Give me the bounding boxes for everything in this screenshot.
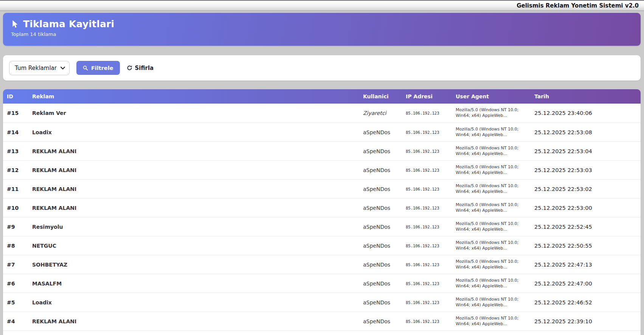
filter-button[interactable]: Filtrele bbox=[76, 61, 120, 75]
total-clicks-subtitle: Toplam 14 tiklama bbox=[11, 31, 641, 37]
row-kullanici: aSpeNDos bbox=[363, 167, 406, 173]
row-tarih: 25.12.2025 23:40:06 bbox=[534, 110, 641, 116]
column-header-tarih: Tarih bbox=[534, 93, 641, 99]
row-reklam: REKLAM ALANI bbox=[32, 148, 363, 154]
row-user-agent: Mozilla/5.0 (Windows NT 10.0;Win64; x64)… bbox=[456, 146, 524, 157]
table-row: #6 MASALFM aSpeNDos 85.106.192.123 Mozil… bbox=[3, 274, 641, 293]
table-row: #9 Resimyolu aSpeNDos 85.106.192.123 Moz… bbox=[3, 217, 641, 236]
row-reklam: REKLAM ALANI bbox=[32, 318, 363, 324]
row-id: #5 bbox=[7, 299, 32, 306]
row-reklam: SOHBETYAZ bbox=[32, 262, 363, 268]
row-user-agent: Mozilla/5.0 (Windows NT 10.0;Win64; x64)… bbox=[456, 202, 524, 213]
table-row: #4 REKLAM ALANI aSpeNDos 85.106.192.123 … bbox=[3, 312, 641, 330]
row-tarih: 25.12.2025 22:52:45 bbox=[534, 224, 641, 230]
row-ip: 85.106.192.123 bbox=[406, 130, 456, 135]
ad-filter-select[interactable]: Tum Reklamlar bbox=[9, 61, 70, 75]
table-row: #13 REKLAM ALANI aSpeNDos 85.106.192.123… bbox=[3, 141, 641, 160]
row-tarih: 25.12.2025 22:53:02 bbox=[534, 186, 641, 192]
window-titlebar: Gelismis Reklam Yonetim Sistemi v2.0 bbox=[0, 0, 644, 11]
row-reklam: REKLAM ALANI bbox=[32, 186, 363, 192]
ad-filter-selected-value: Tum Reklamlar bbox=[15, 65, 57, 71]
row-tarih: 25.12.2025 22:47:13 bbox=[534, 262, 641, 268]
row-id: #10 bbox=[7, 205, 32, 211]
row-id: #8 bbox=[7, 243, 32, 249]
table-row: #15 Reklam Ver Ziyaretci 85.106.192.123 … bbox=[3, 104, 641, 123]
row-kullanici: aSpeNDos bbox=[363, 148, 406, 154]
row-reklam: REKLAM ALANI bbox=[32, 205, 363, 211]
row-id: #11 bbox=[7, 186, 32, 192]
reset-link-label: Sifirla bbox=[135, 65, 154, 71]
table-row: #11 REKLAM ALANI aSpeNDos 85.106.192.123… bbox=[3, 179, 641, 198]
row-ip: 85.106.192.123 bbox=[406, 262, 456, 267]
page-title: Tiklama Kayitlari bbox=[23, 19, 114, 29]
row-tarih: 25.12.2025 22:39:10 bbox=[534, 318, 641, 324]
row-ip: 85.106.192.123 bbox=[406, 206, 456, 210]
column-header-user-agent: User Agent bbox=[456, 93, 534, 99]
table-header-row: ID Reklam Kullanici IP Adresi User Agent… bbox=[3, 89, 641, 104]
row-ip: 85.106.192.123 bbox=[406, 243, 456, 248]
table-row: #7 SOHBETYAZ aSpeNDos 85.106.192.123 Moz… bbox=[3, 255, 641, 274]
row-reklam: Loadix bbox=[32, 299, 363, 306]
row-tarih: 25.12.2025 22:53:03 bbox=[534, 167, 641, 173]
row-id: #9 bbox=[7, 224, 32, 230]
row-kullanici: aSpeNDos bbox=[363, 299, 406, 306]
row-reklam: Reklam Ver bbox=[32, 110, 363, 116]
row-id: #6 bbox=[7, 281, 32, 287]
row-tarih: 25.12.2025 22:50:55 bbox=[534, 243, 641, 249]
filter-button-label: Filtrele bbox=[91, 65, 113, 71]
table-row: #14 Loadix aSpeNDos 85.106.192.123 Mozil… bbox=[3, 123, 641, 141]
filter-bar: Tum Reklamlar Filtrele Sifirla bbox=[3, 55, 641, 81]
row-user-agent: Mozilla/5.0 (Windows NT 10.0;Win64; x64)… bbox=[456, 278, 524, 289]
row-kullanici: aSpeNDos bbox=[363, 318, 406, 324]
column-header-reklam: Reklam bbox=[32, 93, 363, 99]
row-kullanici: aSpeNDos bbox=[363, 224, 406, 230]
row-tarih: 25.12.2025 22:47:00 bbox=[534, 281, 641, 287]
row-id: #14 bbox=[7, 129, 32, 135]
row-kullanici: aSpeNDos bbox=[363, 243, 406, 249]
row-reklam: REKLAM ALANI bbox=[32, 167, 363, 173]
row-kullanici: aSpeNDos bbox=[363, 129, 406, 135]
row-tarih: 25.12.2025 22:53:08 bbox=[534, 129, 641, 135]
row-ip: 85.106.192.123 bbox=[406, 111, 456, 115]
row-kullanici: aSpeNDos bbox=[363, 262, 406, 268]
row-kullanici: aSpeNDos bbox=[363, 205, 406, 211]
window-title: Gelismis Reklam Yonetim Sistemi v2.0 bbox=[517, 2, 639, 9]
row-user-agent: Mozilla/5.0 (Windows NT 10.0;Win64; x64)… bbox=[456, 183, 524, 194]
row-ip: 85.106.192.123 bbox=[406, 225, 456, 229]
row-reklam: MASALFM bbox=[32, 281, 363, 287]
row-tarih: 25.12.2025 22:53:00 bbox=[534, 205, 641, 211]
row-id: #4 bbox=[7, 318, 32, 324]
row-kullanici: aSpeNDos bbox=[363, 186, 406, 192]
row-id: #7 bbox=[7, 262, 32, 268]
row-user-agent: Mozilla/5.0 (Windows NT 10.0;Win64; x64)… bbox=[456, 127, 524, 138]
column-header-kullanici: Kullanici bbox=[363, 93, 406, 99]
row-user-agent: Mozilla/5.0 (Windows NT 10.0;Win64; x64)… bbox=[456, 221, 524, 232]
row-user-agent: Mozilla/5.0 (Windows NT 10.0;Win64; x64)… bbox=[456, 164, 524, 175]
row-reklam: NETGUC bbox=[32, 243, 363, 249]
row-user-agent: Mozilla/5.0 (Windows NT 10.0;Win64; x64)… bbox=[456, 107, 524, 118]
chevron-down-icon bbox=[61, 67, 65, 70]
row-ip: 85.106.192.123 bbox=[406, 187, 456, 191]
column-header-ip-adresi: IP Adresi bbox=[406, 93, 456, 99]
table-empty-space bbox=[3, 330, 641, 335]
row-tarih: 25.12.2025 22:46:52 bbox=[534, 299, 641, 306]
table-body: #15 Reklam Ver Ziyaretci 85.106.192.123 … bbox=[3, 104, 641, 330]
row-kullanici: aSpeNDos bbox=[363, 281, 406, 287]
row-tarih: 25.12.2025 22:53:04 bbox=[534, 148, 641, 154]
row-user-agent: Mozilla/5.0 (Windows NT 10.0;Win64; x64)… bbox=[456, 240, 524, 251]
row-id: #12 bbox=[7, 167, 32, 173]
refresh-icon bbox=[127, 65, 132, 71]
row-id: #13 bbox=[7, 148, 32, 154]
row-id: #15 bbox=[7, 110, 32, 116]
search-icon bbox=[83, 65, 88, 71]
row-reklam: Resimyolu bbox=[32, 224, 363, 230]
clicks-table: ID Reklam Kullanici IP Adresi User Agent… bbox=[3, 89, 641, 335]
row-user-agent: Mozilla/5.0 (Windows NT 10.0;Win64; x64)… bbox=[456, 316, 524, 327]
table-row: #5 Loadix aSpeNDos 85.106.192.123 Mozill… bbox=[3, 293, 641, 312]
row-user-agent: Mozilla/5.0 (Windows NT 10.0;Win64; x64)… bbox=[456, 259, 524, 270]
row-ip: 85.106.192.123 bbox=[406, 319, 456, 324]
cursor-arrow-icon bbox=[11, 20, 19, 29]
table-row: #10 REKLAM ALANI aSpeNDos 85.106.192.123… bbox=[3, 198, 641, 217]
reset-link[interactable]: Sifirla bbox=[127, 65, 154, 71]
row-ip: 85.106.192.123 bbox=[406, 149, 456, 154]
